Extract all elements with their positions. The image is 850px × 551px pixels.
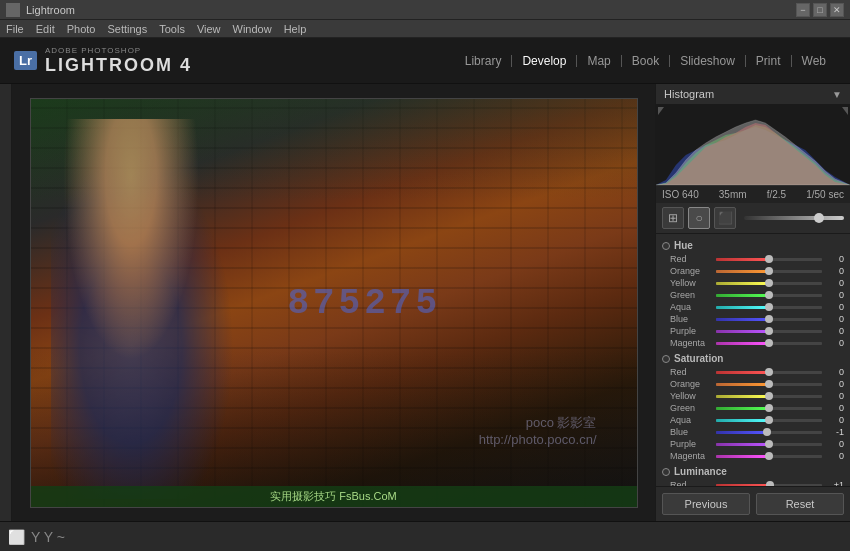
hue-section: Hue Red 0 Orange 0 Yellow 0	[656, 238, 850, 349]
sat-purple-value: 0	[826, 439, 844, 449]
sat-blue-track[interactable]	[716, 431, 822, 434]
app-icon	[6, 3, 20, 17]
hue-aqua-track[interactable]	[716, 306, 822, 309]
module-slideshow[interactable]: Slideshow	[670, 55, 746, 67]
histogram-chart	[656, 105, 850, 185]
luminance-section: Luminance Red +1 Orange +2 Yellow 0	[656, 464, 850, 486]
menu-bar: File Edit Photo Settings Tools View Wind…	[0, 20, 850, 38]
shutter-speed: 1/50 sec	[806, 189, 844, 200]
exposure-info-bar: ISO 640 35mm f/2.5 1/50 sec	[656, 185, 850, 203]
hue-magenta-label: Magenta	[670, 338, 712, 348]
module-map[interactable]: Map	[577, 55, 621, 67]
photo-bottom-text: 实用摄影技巧 FsBus.CoM	[31, 486, 637, 507]
crop-tool-icon[interactable]: ⬛	[714, 207, 736, 229]
menu-file[interactable]: File	[6, 23, 24, 35]
sat-green-value: 0	[826, 403, 844, 413]
saturation-toggle-dot	[662, 355, 670, 363]
luminance-section-label: Luminance	[674, 466, 727, 477]
sat-aqua-label: Aqua	[670, 415, 712, 425]
sat-aqua-track[interactable]	[716, 419, 822, 422]
focal-length: 35mm	[719, 189, 747, 200]
grid-tool-icon[interactable]: ⊞	[662, 207, 684, 229]
clip-shadow-indicator	[658, 107, 664, 115]
sat-aqua-value: 0	[826, 415, 844, 425]
reset-button[interactable]: Reset	[756, 493, 844, 515]
module-web[interactable]: Web	[792, 55, 836, 67]
panel-header: Histogram ▼	[656, 84, 850, 105]
watermark2-line2: http://photo.poco.cn/	[479, 432, 597, 447]
luminance-toggle[interactable]: Luminance	[656, 464, 850, 479]
hue-purple-value: 0	[826, 326, 844, 336]
hue-magenta-row: Magenta 0	[656, 337, 850, 349]
sat-purple-track[interactable]	[716, 443, 822, 446]
sat-orange-track[interactable]	[716, 383, 822, 386]
hue-purple-track[interactable]	[716, 330, 822, 333]
histogram-area	[656, 105, 850, 185]
module-book[interactable]: Book	[622, 55, 670, 67]
right-panel: Histogram ▼ ISO 640 35mm f/2.5 1/50 se	[655, 84, 850, 521]
hue-aqua-label: Aqua	[670, 302, 712, 312]
previous-button[interactable]: Previous	[662, 493, 750, 515]
menu-tools[interactable]: Tools	[159, 23, 185, 35]
hue-blue-track[interactable]	[716, 318, 822, 321]
tool-slider[interactable]	[744, 216, 844, 220]
sat-yellow-value: 0	[826, 391, 844, 401]
hue-purple-label: Purple	[670, 326, 712, 336]
lr-brand-name: LIGHTROOM 4	[45, 55, 192, 76]
sliders-section: Hue Red 0 Orange 0 Yellow 0	[656, 234, 850, 486]
watermark2-line1: poco 影影室	[479, 414, 597, 432]
zoom-control[interactable]: Y Y ~	[31, 529, 65, 545]
sat-purple-label: Purple	[670, 439, 712, 449]
saturation-toggle[interactable]: Saturation	[656, 351, 850, 366]
sat-yellow-track[interactable]	[716, 395, 822, 398]
menu-window[interactable]: Window	[233, 23, 272, 35]
module-library[interactable]: Library	[455, 55, 513, 67]
hue-yellow-track[interactable]	[716, 282, 822, 285]
menu-view[interactable]: View	[197, 23, 221, 35]
hue-orange-track[interactable]	[716, 270, 822, 273]
frame-icon[interactable]: ⬜	[8, 529, 25, 545]
sat-orange-row: Orange 0	[656, 378, 850, 390]
window-controls[interactable]: − □ ✕	[796, 3, 844, 17]
hue-red-row: Red 0	[656, 253, 850, 265]
sat-yellow-row: Yellow 0	[656, 390, 850, 402]
window-title: Lightroom	[26, 4, 75, 16]
module-develop[interactable]: Develop	[512, 55, 577, 67]
iso-value: ISO 640	[662, 189, 699, 200]
hue-toggle[interactable]: Hue	[656, 238, 850, 253]
circle-tool-icon[interactable]: ○	[688, 207, 710, 229]
sat-magenta-track[interactable]	[716, 455, 822, 458]
close-button[interactable]: ✕	[830, 3, 844, 17]
photo-watermark2: poco 影影室 http://photo.poco.cn/	[479, 414, 597, 447]
menu-edit[interactable]: Edit	[36, 23, 55, 35]
photo-frame: 875275 poco 影影室 http://photo.poco.cn/ 实用…	[30, 98, 638, 508]
lum-red-track[interactable]	[716, 484, 822, 487]
minimize-button[interactable]: −	[796, 3, 810, 17]
hue-orange-row: Orange 0	[656, 265, 850, 277]
lr-brand-top: ADOBE PHOTOSHOP	[45, 46, 192, 55]
sat-blue-row: Blue -1	[656, 426, 850, 438]
hue-blue-value: 0	[826, 314, 844, 324]
module-print[interactable]: Print	[746, 55, 792, 67]
sat-aqua-row: Aqua 0	[656, 414, 850, 426]
sat-magenta-row: Magenta 0	[656, 450, 850, 462]
menu-help[interactable]: Help	[284, 23, 307, 35]
hue-magenta-track[interactable]	[716, 342, 822, 345]
sat-red-track[interactable]	[716, 371, 822, 374]
luminance-toggle-dot	[662, 468, 670, 476]
hue-yellow-row: Yellow 0	[656, 277, 850, 289]
sat-orange-label: Orange	[670, 379, 712, 389]
module-nav: Library Develop Map Book Slideshow Print…	[455, 55, 836, 67]
hue-aqua-value: 0	[826, 302, 844, 312]
sat-magenta-label: Magenta	[670, 451, 712, 461]
hue-red-track[interactable]	[716, 258, 822, 261]
hue-green-track[interactable]	[716, 294, 822, 297]
panel-bottom-buttons: Previous Reset	[656, 486, 850, 521]
maximize-button[interactable]: □	[813, 3, 827, 17]
lr-brand: ADOBE PHOTOSHOP LIGHTROOM 4	[45, 46, 192, 76]
menu-photo[interactable]: Photo	[67, 23, 96, 35]
hue-magenta-value: 0	[826, 338, 844, 348]
sat-purple-row: Purple 0	[656, 438, 850, 450]
sat-green-track[interactable]	[716, 407, 822, 410]
menu-settings[interactable]: Settings	[107, 23, 147, 35]
